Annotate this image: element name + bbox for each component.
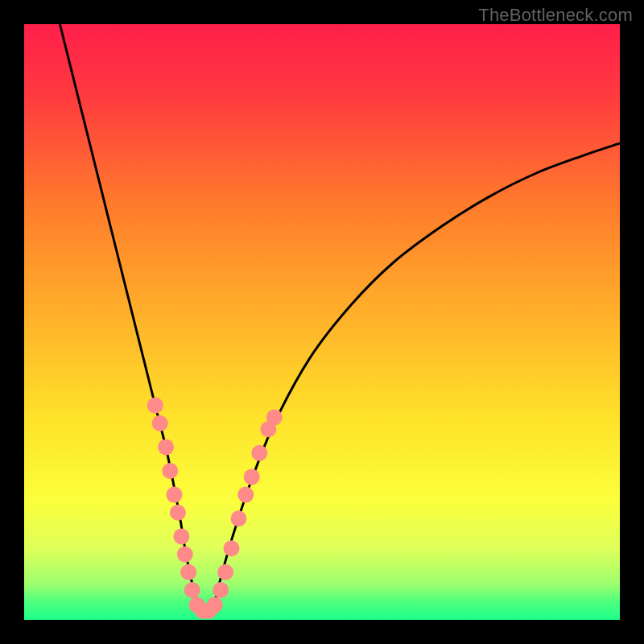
data-marker	[180, 564, 196, 580]
data-marker	[224, 540, 240, 556]
data-marker	[217, 564, 233, 580]
data-marker	[237, 487, 254, 503]
data-marker	[207, 597, 223, 613]
data-marker	[173, 528, 189, 544]
data-marker	[170, 505, 186, 521]
watermark-text: TheBottleneck.com	[478, 5, 633, 26]
data-marker	[230, 510, 246, 526]
data-marker	[184, 582, 200, 598]
data-marker	[244, 469, 260, 485]
data-markers	[147, 398, 283, 619]
data-marker	[158, 439, 174, 455]
data-marker	[147, 398, 163, 414]
bottleneck-curve	[60, 24, 620, 615]
data-marker	[251, 445, 267, 461]
data-marker	[213, 582, 229, 598]
data-marker	[152, 415, 168, 431]
data-marker	[177, 547, 193, 563]
chart-frame: TheBottleneck.com	[0, 0, 644, 644]
data-marker	[167, 487, 183, 503]
plot-area	[24, 24, 620, 620]
data-marker	[266, 409, 283, 425]
data-marker	[162, 463, 178, 479]
chart-svg	[24, 24, 620, 620]
